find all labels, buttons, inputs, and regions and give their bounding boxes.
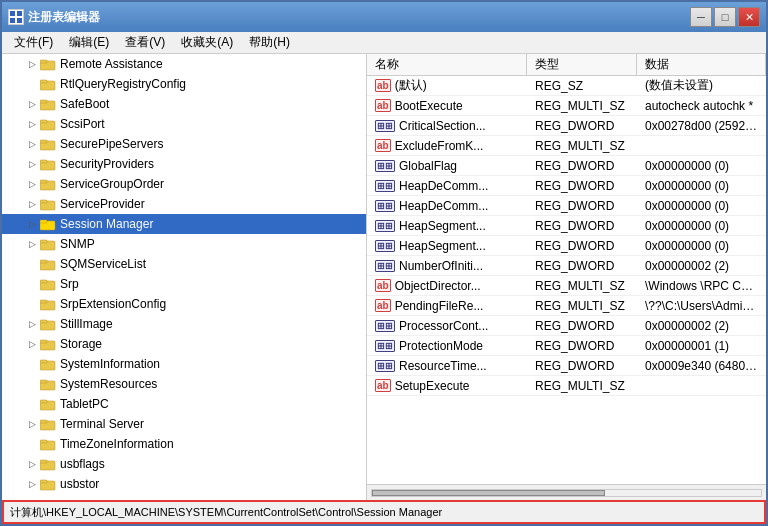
table-row[interactable]: ⊞⊞ GlobalFlagREG_DWORD0x00000000 (0) — [367, 156, 766, 176]
tree-arrow-icon[interactable]: ▷ — [26, 318, 38, 330]
maximize-button[interactable]: □ — [714, 7, 736, 27]
tree-item[interactable]: SrpExtensionConfig — [2, 294, 366, 314]
tree-arrow-icon[interactable] — [26, 278, 38, 290]
svg-rect-6 — [40, 60, 47, 63]
svg-rect-28 — [40, 280, 47, 283]
tree-item[interactable]: ▷ usbstor — [2, 474, 366, 494]
tree-arrow-icon[interactable]: ▷ — [26, 478, 38, 490]
reg-type-cell: REG_MULTI_SZ — [527, 299, 637, 313]
table-row[interactable]: ⊞⊞ ProtectionModeREG_DWORD0x00000001 (1) — [367, 336, 766, 356]
col-header-name[interactable]: 名称 — [367, 54, 527, 75]
tree-item[interactable]: ▷ ScsiPort — [2, 114, 366, 134]
tree-item[interactable]: ▷ SafeBoot — [2, 94, 366, 114]
registry-values-list[interactable]: ab (默认)REG_SZ(数值未设置)ab BootExecuteREG_MU… — [367, 76, 766, 484]
col-header-data[interactable]: 数据 — [637, 54, 766, 75]
table-row[interactable]: ⊞⊞ NumberOfIniti...REG_DWORD0x00000002 (… — [367, 256, 766, 276]
tree-arrow-icon[interactable]: ▷ — [26, 138, 38, 150]
tree-item[interactable]: ▷ ServiceProvider — [2, 194, 366, 214]
tree-item-label: TimeZoneInformation — [60, 437, 174, 451]
tree-item[interactable]: ▷ Remote Assistance — [2, 54, 366, 74]
tree-item[interactable]: ▷ Terminal Server — [2, 414, 366, 434]
tree-item[interactable]: ▷ usbflags — [2, 454, 366, 474]
tree-arrow-icon[interactable]: ▷ — [26, 98, 38, 110]
tree-item[interactable]: ▷ SecurityProviders — [2, 154, 366, 174]
minimize-button[interactable]: ─ — [690, 7, 712, 27]
svg-rect-30 — [40, 300, 47, 303]
table-row[interactable]: ab PendingFileRe...REG_MULTI_SZ\??\C:\Us… — [367, 296, 766, 316]
reg-data-cell: \Windows \RPC Control — [637, 279, 766, 293]
tree-arrow-icon[interactable] — [26, 258, 38, 270]
tree-item[interactable]: SystemResources — [2, 374, 366, 394]
tree-arrow-icon[interactable]: ▷ — [26, 58, 38, 70]
svg-rect-20 — [40, 200, 47, 203]
tree-item-label: SecurityProviders — [60, 157, 154, 171]
close-button[interactable]: ✕ — [738, 7, 760, 27]
tree-item[interactable]: ▷ Session Manager — [2, 214, 366, 234]
folder-icon — [40, 477, 56, 491]
tree-arrow-icon[interactable] — [26, 438, 38, 450]
table-row[interactable]: ⊞⊞ HeapSegment...REG_DWORD0x00000000 (0) — [367, 216, 766, 236]
tree-item[interactable]: ▷ Storage — [2, 334, 366, 354]
svg-rect-14 — [40, 140, 47, 143]
table-row[interactable]: ⊞⊞ HeapDeComm...REG_DWORD0x00000000 (0) — [367, 196, 766, 216]
tree-item[interactable]: TimeZoneInformation — [2, 434, 366, 454]
tree-arrow-icon[interactable]: ▷ — [26, 338, 38, 350]
tree-arrow-icon[interactable] — [26, 78, 38, 90]
tree-item[interactable]: RtlQueryRegistryConfig — [2, 74, 366, 94]
reg-data-cell: \??\C:\Users\Administrator — [637, 299, 766, 313]
table-row[interactable]: ab BootExecuteREG_MULTI_SZautocheck auto… — [367, 96, 766, 116]
table-row[interactable]: ⊞⊞ HeapDeComm...REG_DWORD0x00000000 (0) — [367, 176, 766, 196]
tree-item[interactable]: SystemInformation — [2, 354, 366, 374]
reg-type-cell: REG_MULTI_SZ — [527, 379, 637, 393]
tree-item-label: SystemInformation — [60, 357, 160, 371]
tree-arrow-icon[interactable]: ▷ — [26, 218, 38, 230]
svg-rect-38 — [40, 380, 47, 383]
tree-item[interactable]: ▷ ServiceGroupOrder — [2, 174, 366, 194]
svg-rect-48 — [40, 480, 47, 483]
tree-item[interactable]: ▷ StillImage — [2, 314, 366, 334]
menu-item[interactable]: 收藏夹(A) — [173, 32, 241, 53]
tree-arrow-icon[interactable]: ▷ — [26, 198, 38, 210]
reg-data-cell: 0x0009e340 (648000) — [637, 359, 766, 373]
tree-arrow-icon[interactable] — [26, 358, 38, 370]
table-row[interactable]: ab (默认)REG_SZ(数值未设置) — [367, 76, 766, 96]
tree-item-label: usbflags — [60, 457, 105, 471]
reg-data-cell: 0x00000000 (0) — [637, 199, 766, 213]
tree-item[interactable]: TabletPC — [2, 394, 366, 414]
table-row[interactable]: ⊞⊞ CriticalSection...REG_DWORD0x00278d00… — [367, 116, 766, 136]
horizontal-scrollbar[interactable] — [367, 484, 766, 500]
reg-data-cell: autocheck autochk * — [637, 99, 766, 113]
tree-item-label: SystemResources — [60, 377, 157, 391]
tree-item[interactable]: ▷ SNMP — [2, 234, 366, 254]
menu-item[interactable]: 编辑(E) — [61, 32, 117, 53]
tree-item[interactable]: SQMServiceList — [2, 254, 366, 274]
tree-arrow-icon[interactable] — [26, 398, 38, 410]
tree-arrow-icon[interactable]: ▷ — [26, 118, 38, 130]
table-row[interactable]: ⊞⊞ ProcessorCont...REG_DWORD0x00000002 (… — [367, 316, 766, 336]
tree-arrow-icon[interactable]: ▷ — [26, 458, 38, 470]
tree-arrow-icon[interactable] — [26, 298, 38, 310]
menu-item[interactable]: 文件(F) — [6, 32, 61, 53]
tree-arrow-icon[interactable]: ▷ — [26, 238, 38, 250]
table-row[interactable]: ab ObjectDirector...REG_MULTI_SZ\Windows… — [367, 276, 766, 296]
table-row[interactable]: ab ExcludeFromK...REG_MULTI_SZ — [367, 136, 766, 156]
col-header-type[interactable]: 类型 — [527, 54, 637, 75]
tree-arrow-icon[interactable]: ▷ — [26, 418, 38, 430]
table-row[interactable]: ⊞⊞ ResourceTime...REG_DWORD0x0009e340 (6… — [367, 356, 766, 376]
menu-item[interactable]: 查看(V) — [117, 32, 173, 53]
tree-arrow-icon[interactable]: ▷ — [26, 158, 38, 170]
folder-icon — [40, 197, 56, 211]
menu-item[interactable]: 帮助(H) — [241, 32, 298, 53]
folder-icon — [40, 297, 56, 311]
registry-tree[interactable]: ▷ Remote Assistance RtlQueryRegistryConf… — [2, 54, 367, 500]
folder-icon — [40, 257, 56, 271]
table-row[interactable]: ab SetupExecuteREG_MULTI_SZ — [367, 376, 766, 396]
tree-arrow-icon[interactable] — [26, 378, 38, 390]
tree-item[interactable]: ▷ SecurePipeServers — [2, 134, 366, 154]
reg-type-cell: REG_MULTI_SZ — [527, 279, 637, 293]
reg-name-cell: ⊞⊞ NumberOfIniti... — [367, 259, 527, 273]
tree-arrow-icon[interactable]: ▷ — [26, 178, 38, 190]
tree-item[interactable]: Srp — [2, 274, 366, 294]
svg-rect-24 — [40, 240, 47, 243]
table-row[interactable]: ⊞⊞ HeapSegment...REG_DWORD0x00000000 (0) — [367, 236, 766, 256]
